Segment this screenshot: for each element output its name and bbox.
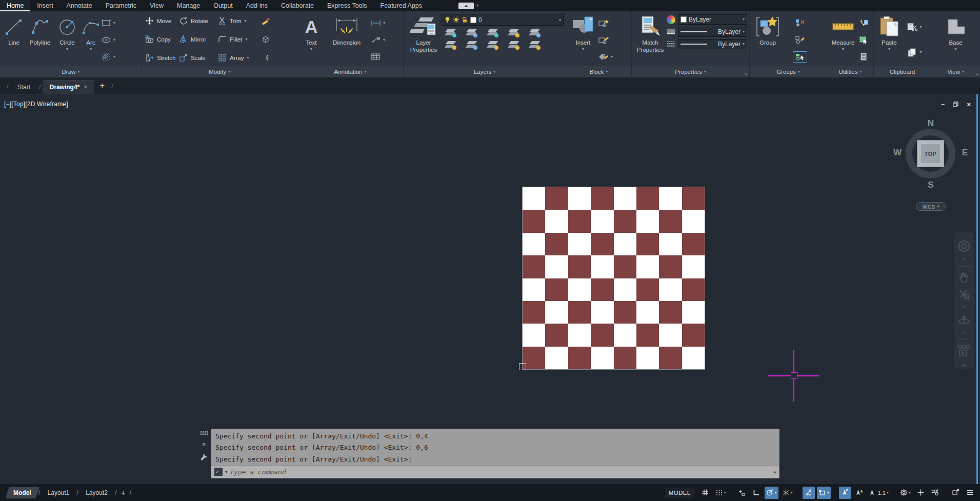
lineweight-dropdown[interactable]: ByLayer ▾ [678, 27, 747, 37]
command-expand-icon[interactable]: ▴ [773, 469, 776, 474]
edit-attributes-button[interactable]: ▾ [598, 51, 625, 63]
orbit-icon[interactable] [957, 314, 971, 326]
caret-down-icon[interactable]: ▾ [724, 491, 726, 495]
fillet-button[interactable]: Fillet ▾ [218, 35, 261, 44]
linetype-dropdown[interactable]: ByLayer ▾ [678, 39, 747, 49]
layer-dropdown[interactable]: 0 ▾ [442, 14, 564, 26]
create-block-button[interactable] [598, 17, 625, 29]
layer-freeze-button[interactable] [486, 27, 499, 38]
quick-select-button[interactable] [859, 17, 869, 29]
stretch-button[interactable]: Stretch [145, 53, 179, 62]
caret-down-icon[interactable]: ▾ [476, 4, 478, 8]
layer-make-current-button[interactable] [528, 27, 542, 38]
file-tab-start[interactable]: Start [10, 80, 37, 94]
mirror-button[interactable]: Mirror [179, 35, 218, 44]
caret-down-icon[interactable]: ▾ [775, 491, 777, 495]
layout-tab-layout1[interactable]: Layout1 [42, 487, 76, 498]
panel-title-groups[interactable]: Groups▾ [750, 66, 827, 77]
leader-button[interactable]: ▾ [370, 34, 396, 46]
layer-unisolate-button[interactable] [465, 39, 478, 50]
edit-block-button[interactable] [598, 34, 625, 46]
caret-down-icon[interactable]: ▾ [963, 331, 965, 335]
caret-down-icon[interactable]: ▾ [887, 491, 889, 495]
layer-thaw-button[interactable] [486, 39, 499, 50]
close-tab-icon[interactable]: × [84, 84, 87, 91]
quick-calculator-button[interactable] [859, 51, 868, 63]
layer-properties-button[interactable]: Layer Properties [406, 13, 442, 66]
viewcube-west[interactable]: W [893, 148, 902, 158]
layer-isolate-button[interactable] [465, 27, 478, 38]
annotation-visibility-toggle[interactable] [839, 487, 851, 499]
explode-button[interactable] [261, 35, 276, 44]
new-layout-button[interactable]: + [118, 488, 129, 497]
insert-button[interactable]: Insert ▾ [568, 13, 598, 66]
layer-match-button[interactable] [528, 39, 542, 50]
linetype-list-icon[interactable] [667, 41, 675, 48]
annotation-monitor-toggle[interactable] [914, 487, 927, 499]
base-button[interactable]: Base ▾ [943, 13, 969, 66]
object-snap-toggle[interactable]: ▾ [817, 487, 831, 499]
viewcube-north[interactable]: N [892, 118, 969, 129]
showmotion-icon[interactable] [957, 344, 971, 357]
customization-toggle[interactable] [964, 487, 976, 499]
lineweight-list-icon[interactable] [667, 28, 675, 35]
command-close-icon[interactable]: × [202, 441, 206, 448]
isolate-objects-toggle[interactable] [929, 487, 941, 499]
paste-button[interactable]: Paste ▾ [876, 13, 903, 66]
viewcube-south[interactable]: S [892, 180, 969, 190]
command-prompt-icon[interactable]: >_ [214, 468, 223, 476]
layer-lock-button[interactable] [507, 27, 521, 38]
panel-title-block[interactable]: Block▾ [566, 66, 631, 77]
clean-screen-toggle[interactable] [949, 487, 962, 499]
file-tab-drawing4[interactable]: Drawing4*× [43, 80, 95, 94]
text-button[interactable]: A Text ▾ [299, 13, 323, 66]
layer-on-button[interactable] [444, 39, 457, 50]
checkerboard-drawing[interactable] [523, 187, 705, 369]
layout-tab-layout2[interactable]: Layout2 [79, 487, 114, 498]
caret-down-icon[interactable]: ▾ [743, 42, 745, 46]
ungroup-button[interactable] [794, 17, 806, 29]
copy-button[interactable]: Copy [145, 35, 179, 44]
caret-down-icon[interactable]: ▾ [827, 491, 829, 495]
panel-expander-icon[interactable]: ↘ [744, 71, 748, 76]
menu-tab-manage[interactable]: Manage [170, 0, 207, 11]
dimension-button[interactable]: Dimension [323, 13, 370, 66]
panel-title-properties[interactable]: Properties▾ ↘ [632, 66, 749, 77]
array-button[interactable]: Array ▾ [218, 53, 261, 62]
restore-icon[interactable] [953, 102, 958, 107]
rotate-button[interactable]: Rotate [179, 16, 218, 25]
snap-mode-toggle[interactable]: ▾ [714, 487, 728, 499]
command-history[interactable]: Specify second point or [Array/Exit/Undo… [211, 429, 779, 465]
group-button[interactable]: Group [752, 13, 784, 66]
ortho-mode-toggle[interactable] [750, 487, 763, 499]
command-customize-wrench-icon[interactable] [200, 453, 208, 461]
caret-down-icon[interactable]: ▾ [743, 17, 745, 22]
menu-tab-add-ins[interactable]: Add-ins [239, 0, 274, 11]
menu-tab-insert[interactable]: Insert [30, 0, 59, 11]
menu-tab-collaborate[interactable]: Collaborate [274, 0, 321, 11]
wcs-menu[interactable]: WCS ▾ [916, 202, 946, 211]
panel-title-layers[interactable]: Layers▾ [404, 66, 566, 77]
scale-button[interactable]: Scale [179, 53, 218, 62]
group-selection-toggle[interactable] [793, 51, 807, 63]
navigation-wheel-icon[interactable] [957, 239, 971, 253]
layer-off-button[interactable] [444, 27, 457, 38]
panel-title-annotation[interactable]: Annotation▾ [297, 66, 403, 77]
table-button[interactable] [370, 51, 396, 63]
hatch-button[interactable]: ▾ [102, 51, 124, 63]
menu-tab-home[interactable]: Home [0, 0, 30, 11]
navbar-close-icon[interactable]: × [969, 233, 972, 238]
object-snap-tracking-toggle[interactable] [803, 487, 815, 499]
caret-down-icon[interactable]: ▾ [963, 305, 965, 309]
menu-tab-annotate[interactable]: Annotate [60, 0, 99, 11]
trim-button[interactable]: Trim ▾ [218, 16, 261, 25]
model-space-button[interactable]: MODEL [665, 488, 694, 498]
erase-button[interactable] [261, 16, 276, 25]
close-icon[interactable]: × [967, 101, 971, 108]
panel-title-draw[interactable]: Draw▾ [0, 66, 142, 77]
viewcube[interactable]: N W E TOP S WCS ▾ [892, 120, 969, 215]
caret-down-icon[interactable]: ▾ [225, 470, 227, 474]
group-edit-button[interactable] [794, 34, 806, 46]
rectangle-button[interactable]: ▾ [102, 17, 124, 29]
cut-button[interactable]: ▾ [907, 22, 922, 33]
